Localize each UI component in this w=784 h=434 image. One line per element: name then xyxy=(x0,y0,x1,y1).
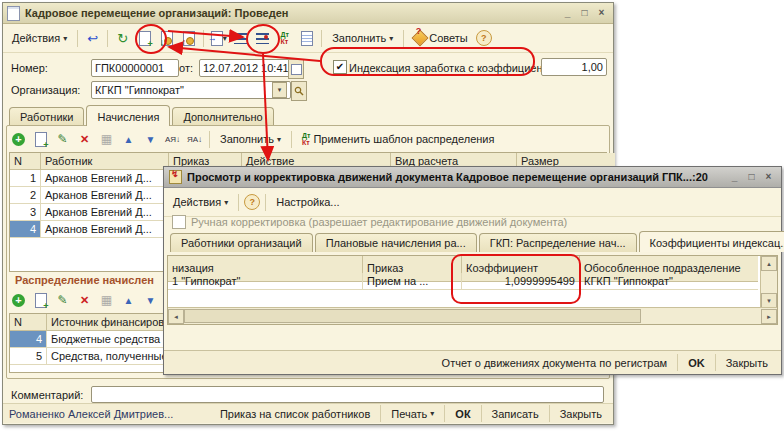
separator xyxy=(321,30,322,47)
chevron-down-icon: ▾ xyxy=(224,198,228,207)
organization-search-button[interactable] xyxy=(291,81,307,101)
tab-gkp-distribution[interactable]: ГКП: Распределение нач... xyxy=(479,233,637,252)
sort-desc-button[interactable]: ЯА↓ xyxy=(185,130,204,148)
filter-list-button[interactable] xyxy=(253,29,272,47)
horizontal-scrollbar[interactable]: ◄ ► xyxy=(168,307,777,324)
chevron-down-icon: ▾ xyxy=(63,34,67,43)
help-icon[interactable]: ? xyxy=(476,30,492,46)
dtkt-icon: ДтКт xyxy=(281,31,289,45)
refresh-button[interactable]: ↻ xyxy=(113,29,132,47)
separator xyxy=(481,405,482,422)
tab-workers[interactable]: Работники xyxy=(9,107,84,126)
copy-button[interactable]: + xyxy=(135,29,154,47)
write-button[interactable]: ↩ xyxy=(83,29,102,47)
accruals-fill-button[interactable]: Заполнить ▾ xyxy=(215,131,286,147)
delete-row-button[interactable]: ✕ xyxy=(75,130,94,148)
calendar-button[interactable] xyxy=(288,59,304,79)
actions-menu-button[interactable]: Действия ▾ xyxy=(168,194,233,210)
dtkt-movements-button[interactable]: ДтКт xyxy=(275,29,294,47)
separator xyxy=(715,354,716,371)
table-row[interactable]: 1 "Гиппократ" Прием на ... 1,0999995499 … xyxy=(168,273,777,290)
minimize-button[interactable]: _ xyxy=(560,7,575,20)
maximize-button[interactable]: □ xyxy=(577,7,592,20)
move-down-button[interactable]: ▼ xyxy=(141,130,160,148)
settings-button[interactable]: Настройка... xyxy=(271,194,344,210)
copy-icon: + xyxy=(139,31,151,46)
scroll-right-button[interactable]: ► xyxy=(761,309,777,324)
list-icon xyxy=(234,33,247,44)
indexation-checkbox[interactable]: ✔ xyxy=(333,60,347,74)
tab-additional[interactable]: Дополнительно xyxy=(172,107,273,126)
copy-row-button[interactable]: + xyxy=(31,291,50,309)
ok-button[interactable]: OK xyxy=(683,356,710,370)
move-down-button[interactable]: ▼ xyxy=(141,291,160,309)
calendar-icon xyxy=(291,64,302,75)
vertical-scrollbar[interactable]: ▲ ▼ xyxy=(760,256,777,308)
print-button[interactable]: Печать ▾ xyxy=(386,407,439,421)
separator xyxy=(265,194,266,211)
number-field[interactable]: ГПК00000001 xyxy=(91,59,179,77)
comment-input[interactable] xyxy=(91,386,604,403)
scrollbar-thumb[interactable] xyxy=(184,309,641,323)
coefficient-field[interactable]: 1,00 xyxy=(541,58,607,76)
add-row-button[interactable]: + xyxy=(9,130,28,148)
apply-template-button[interactable]: ДтКт Применить шаблон распределения xyxy=(297,130,499,148)
close-button[interactable]: Закрыть xyxy=(721,356,773,370)
chevron-down-icon: ▾ xyxy=(223,34,227,43)
edit-row-button[interactable]: ✎ xyxy=(53,130,72,148)
dialog-tabs: Работники организаций Плановые начислени… xyxy=(170,231,784,252)
main-tabs: Работники Начисления Дополнительно xyxy=(9,105,274,126)
number-label: Номер: xyxy=(11,62,48,74)
close-button[interactable]: × xyxy=(761,171,776,184)
sort-asc-button[interactable]: АЯ↓ xyxy=(163,130,182,148)
scroll-down-button[interactable]: ▼ xyxy=(761,293,777,308)
separator xyxy=(444,405,445,422)
delete-row-button[interactable]: ✕ xyxy=(75,291,94,309)
copy-icon: + xyxy=(35,132,47,147)
add-row-button[interactable]: + xyxy=(9,291,28,309)
minimize-button[interactable]: _ xyxy=(727,171,742,184)
order-list-button[interactable]: Приказ на список работников xyxy=(215,407,375,421)
chevron-down-icon[interactable]: ▾ xyxy=(272,82,287,98)
tab-org-workers[interactable]: Работники организаций xyxy=(170,233,313,252)
indexation-label: Индексация заработка с коэффициентом: xyxy=(349,62,564,74)
ok-button[interactable]: ОК xyxy=(450,407,475,421)
report-icon xyxy=(301,31,313,46)
separator xyxy=(77,30,78,47)
unpost-document-button[interactable]: ↑ xyxy=(179,29,198,47)
unpost-document-icon: ↑ xyxy=(183,31,195,46)
move-up-button[interactable]: ▲ xyxy=(119,291,138,309)
register-report-button[interactable]: Отчет о движениях документа по регистрам xyxy=(437,356,673,370)
edit-row-button[interactable]: ✎ xyxy=(53,291,72,309)
calc-button[interactable]: ▦ xyxy=(97,291,116,309)
fill-menu-button[interactable]: Заполнить ▾ xyxy=(327,30,398,46)
date-field[interactable]: 12.07.2012 10:41:20 xyxy=(199,59,293,77)
scroll-left-button[interactable]: ◄ xyxy=(168,309,184,324)
actions-menu-button[interactable]: Действия ▾ xyxy=(7,30,72,46)
manual-correction-checkbox[interactable] xyxy=(172,215,186,229)
col-n[interactable]: N xyxy=(10,153,41,170)
tab-indexation-coefficients[interactable]: Коэффициенты индексац... xyxy=(639,231,784,252)
help-icon[interactable]: ? xyxy=(244,194,260,210)
structure-list-button[interactable] xyxy=(231,29,250,47)
col-n[interactable]: N xyxy=(10,314,47,331)
tab-accruals[interactable]: Начисления xyxy=(86,105,170,126)
move-up-button[interactable]: ▲ xyxy=(119,130,138,148)
close-button[interactable]: × xyxy=(594,7,609,20)
calc-button[interactable]: ▦ xyxy=(97,130,116,148)
save-button[interactable]: Записать xyxy=(487,407,544,421)
chevron-down-icon: ▾ xyxy=(277,135,281,144)
responsible-link[interactable]: Романенко Алексей Дмитриев... xyxy=(9,408,173,420)
scroll-up-button[interactable]: ▲ xyxy=(761,256,777,271)
close-button[interactable]: Закрыть xyxy=(555,407,607,421)
copy-row-button[interactable]: + xyxy=(31,130,50,148)
report-button[interactable] xyxy=(297,29,316,47)
post-document-button[interactable]: ↓ xyxy=(157,29,176,47)
tips-button[interactable]: ? Советы xyxy=(409,30,472,46)
col-employee[interactable]: Работник xyxy=(41,153,169,170)
create-based-on-button[interactable]: → ▾ xyxy=(209,29,228,47)
tab-planned-accruals[interactable]: Плановые начисления ра... xyxy=(315,233,477,252)
manual-correction-label: Ручная корректировка (разрешает редактир… xyxy=(191,216,567,228)
maximize-button[interactable]: □ xyxy=(744,171,759,184)
organization-combo[interactable]: КГКП "Гиппократ" ▾ xyxy=(91,81,291,99)
